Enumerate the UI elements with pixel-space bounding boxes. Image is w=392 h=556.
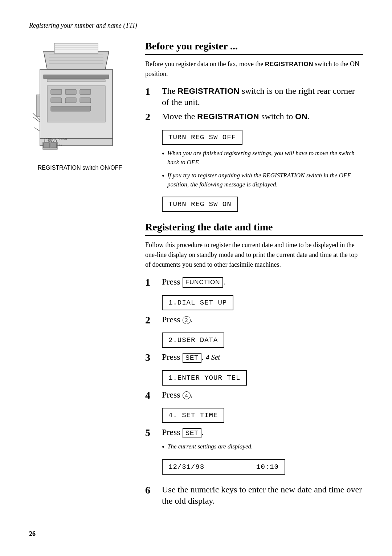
reg-step-2-number: 2	[145, 314, 156, 326]
svg-rect-18	[80, 98, 91, 103]
reg-step-1: 1 Press FUNCTION.	[145, 276, 363, 289]
page-number: 26	[29, 530, 36, 538]
set-key-2: SET	[183, 428, 201, 438]
set-key-1: SET	[183, 353, 201, 363]
lcd-display-3: 1.DIAL SET UP	[162, 295, 233, 310]
breadcrumb: Registering your number and name (TTI)	[29, 22, 363, 29]
svg-rect-15	[80, 89, 91, 94]
reg-step-1-number: 1	[145, 276, 156, 289]
lcd-display-date: 12/31/93 10:10	[162, 459, 285, 475]
lcd-display-2: TURN REG SW ON	[162, 197, 238, 212]
svg-rect-14	[65, 89, 76, 94]
svg-rect-24	[44, 143, 49, 148]
before-step-2-number: 2	[145, 111, 156, 123]
bullet-item-1: • When you are finished registering sett…	[162, 149, 363, 167]
bullet-dot-2: •	[162, 171, 164, 181]
reg-step-3: 3 Press SET. 4 Set	[145, 351, 363, 364]
reg-step-2-text: Press 2.	[162, 314, 363, 325]
machine-caption: REGISTRATION switch ON/OFF	[29, 165, 131, 171]
svg-marker-0	[44, 51, 109, 69]
reg-step-5-text: Press SET.	[162, 427, 363, 438]
svg-rect-25	[51, 143, 57, 148]
handwritten-note: 4 Set	[206, 353, 220, 361]
svg-rect-10	[44, 75, 109, 78]
before-step-2-text: Move the REGISTRATION switch to ON.	[162, 111, 363, 122]
bullet-text-2: If you try to register anything with the…	[167, 171, 363, 189]
circle-4: 4	[183, 391, 191, 399]
reg-step-4-number: 4	[145, 389, 156, 402]
before-step-2: 2 Move the REGISTRATION switch to ON.	[145, 111, 363, 123]
svg-rect-5	[54, 43, 98, 53]
before-register-intro: Before you register data on the fax, mov…	[145, 59, 363, 79]
bullet-item-2: • If you try to register anything with t…	[162, 171, 363, 189]
lcd-display-5: 1.ENTER YOUR TEL	[162, 370, 247, 386]
svg-text:↔: ↔	[57, 142, 63, 148]
before-step-1-number: 1	[145, 85, 156, 98]
before-step-1: 1 The REGISTRATION switch is on the righ…	[145, 85, 363, 108]
reg-step-4-text: Press 4.	[162, 389, 363, 400]
registration-keyword-1: REGISTRATION	[265, 61, 313, 68]
reg-step-2: 2 Press 2.	[145, 314, 363, 326]
circle-2: 2	[183, 316, 191, 324]
page: Registering your number and name (TTI)	[0, 0, 392, 556]
reg-step-5: 5 Press SET.	[145, 427, 363, 439]
reg-step-3-text: Press SET. 4 Set	[162, 351, 363, 363]
svg-rect-11	[47, 80, 105, 82]
registration-keyword-3: REGISTRATION	[197, 112, 259, 121]
svg-line-29	[34, 128, 40, 131]
registration-keyword-2: REGISTRATION	[177, 86, 240, 96]
right-column: Before you register ... Before you regis…	[145, 40, 363, 512]
function-key: FUNCTION	[183, 277, 223, 287]
svg-rect-16	[51, 98, 62, 103]
before-register-title: Before you register ...	[145, 40, 363, 55]
reg-step-6: 6 Use the numeric keys to enter the new …	[145, 484, 363, 507]
svg-rect-30	[36, 95, 40, 117]
reg-step-3-number: 3	[145, 351, 156, 364]
lcd-date-left: 12/31/93	[168, 463, 204, 471]
bullet-dot-3: •	[162, 442, 164, 452]
lcd-display-4: 2.USER DATA	[162, 333, 224, 348]
on-keyword: ON	[295, 112, 307, 121]
svg-rect-19	[51, 106, 91, 111]
bullet-text-1: When you are finished registering settin…	[167, 149, 363, 167]
lcd-date-right: 10:10	[256, 463, 279, 471]
reg-step-4: 4 Press 4.	[145, 389, 363, 402]
bullet-dot-1: •	[162, 149, 164, 159]
lcd-display-1: TURN REG SW OFF	[162, 130, 242, 145]
registering-date-title: Registering the date and time	[145, 221, 363, 236]
svg-rect-17	[65, 98, 76, 103]
lcd-display-6: 4. SET TIME	[162, 408, 224, 423]
before-register-section: Before you register ... Before you regis…	[145, 40, 363, 215]
reg-step-5-number: 5	[145, 427, 156, 439]
registering-date-section: Registering the date and time Follow thi…	[145, 221, 363, 507]
left-column: T P REGISTRATION T P ON OFF ↔ REGISTRATI…	[29, 40, 131, 512]
before-step-1-text: The REGISTRATION switch is on the right …	[162, 85, 363, 108]
reg-step-1-text: Press FUNCTION.	[162, 276, 363, 288]
bullet-item-3: • The current settings are displayed.	[162, 442, 363, 452]
bullet-text-3: The current settings are displayed.	[167, 442, 363, 451]
reg-step-6-number: 6	[145, 484, 156, 496]
svg-text:T  P  ON  OFF: T P ON OFF	[44, 140, 58, 142]
reg-step-6-text: Use the numeric keys to enter the new da…	[162, 484, 363, 507]
machine-illustration: T P REGISTRATION T P ON OFF ↔	[29, 40, 123, 162]
svg-rect-13	[51, 89, 62, 94]
registering-date-intro: Follow this procedure to register the cu…	[145, 240, 363, 270]
